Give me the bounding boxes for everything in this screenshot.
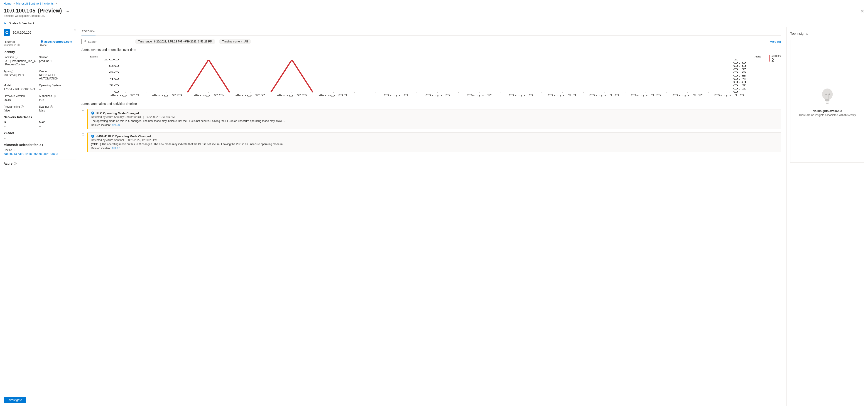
field-label: Vendor xyxy=(39,70,72,73)
alert-source: Detected by Azure Security Center for Io… xyxy=(91,115,141,119)
svg-text:Sep 5: Sep 5 xyxy=(425,94,450,96)
field-value: true xyxy=(39,98,72,102)
timeline-card: (MDIoT) PLC Operating Mode ChangedDetect… xyxy=(87,133,781,152)
alert-meta: Detected by Azure Sentinel|8/25/2022, 12… xyxy=(91,139,778,142)
network-field: IP-- xyxy=(4,121,37,128)
field-label: Programming i xyxy=(4,105,37,108)
search-input[interactable] xyxy=(88,40,129,44)
identity-field: Scanner ifalse xyxy=(39,105,72,112)
info-icon[interactable]: i xyxy=(15,56,18,59)
alerts-axis-label: Alerts xyxy=(754,55,761,58)
svg-text:Aug 21: Aug 21 xyxy=(110,94,141,96)
timeline-item[interactable]: PLC Operating Mode ChangedDetected by Az… xyxy=(82,109,781,129)
collapse-pane-button[interactable]: « xyxy=(74,28,76,32)
device-id-label: Device ID xyxy=(4,148,72,152)
importance-value: Normal xyxy=(5,40,15,44)
close-button[interactable]: ✕ xyxy=(861,8,864,14)
svg-text:Aug 27: Aug 27 xyxy=(235,94,266,96)
preview-tag: (Preview) xyxy=(38,7,62,14)
field-label: IP xyxy=(4,121,37,124)
field-value: -- xyxy=(4,124,37,128)
info-icon[interactable]: i xyxy=(10,70,13,72)
guides-feedback-label: Guides & Feedback xyxy=(9,22,34,25)
tab-overview[interactable]: Overview xyxy=(82,27,95,35)
field-value: -- xyxy=(39,124,72,128)
info-icon[interactable]: i xyxy=(14,162,17,165)
timeline-bullet xyxy=(82,109,85,129)
megaphone-icon xyxy=(4,21,7,25)
time-range-pill[interactable]: Time range : 8/20/2022, 3:52:23 PM - 9/1… xyxy=(135,39,215,44)
owner-email[interactable]: alice@contoso.com xyxy=(44,40,72,44)
chevron-right-icon: > xyxy=(13,2,15,5)
field-value: Industrial | PLC xyxy=(4,74,37,77)
identity-field: Firmware Version20.19 xyxy=(4,94,37,102)
timeline-title: Alerts, anomalies and activities timelin… xyxy=(82,102,781,106)
identity-field: Type iIndustrial | PLC xyxy=(4,70,37,80)
svg-text:Sep 13: Sep 13 xyxy=(589,94,620,96)
related-incident-link[interactable]: 87937 xyxy=(112,147,120,150)
svg-text:Sep 11: Sep 11 xyxy=(547,94,578,96)
more-actions-button[interactable]: ⋯ xyxy=(64,9,70,13)
network-field: MAC-- xyxy=(39,121,72,128)
svg-text:Sep 9: Sep 9 xyxy=(508,94,534,96)
investigate-button[interactable]: Investigate xyxy=(4,397,26,403)
field-label: Authorized i xyxy=(39,94,72,98)
svg-rect-74 xyxy=(826,102,829,103)
more-filters-button[interactable]: ⌄ More (5) xyxy=(767,40,781,44)
alert-meta: Detected by Azure Security Center for Io… xyxy=(91,115,778,119)
breadcrumb-sentinel-incidents[interactable]: Microsoft Sentinel | Incidents xyxy=(16,2,54,5)
azure-section[interactable]: Azure i xyxy=(0,160,76,168)
alert-source: Detected by Azure Sentinel xyxy=(91,139,124,142)
info-icon[interactable]: i xyxy=(21,105,24,108)
related-incident: Related incident: 87937 xyxy=(91,147,778,150)
time-range-value: 8/20/2022, 3:52:23 PM - 9/19/2022, 3:52:… xyxy=(154,40,212,43)
field-value: 20.19 xyxy=(4,98,37,102)
network-title: Network Interfaces xyxy=(4,115,72,119)
identity-field: Sensorprodline.1 xyxy=(39,56,72,66)
owner-label: Owner xyxy=(40,44,48,46)
alert-description: (MDIoT) The operating mode on this PLC c… xyxy=(91,143,778,146)
field-value: Fa 1 | Production_line_4 | ProcessContro… xyxy=(4,59,37,66)
device-id-link[interactable]: dab39013-c310-4e1b-8f5f-cb94b618aa83 xyxy=(4,152,58,155)
vlans-section: VLANs -- xyxy=(0,129,76,141)
svg-text:0.6: 0.6 xyxy=(733,71,747,74)
field-label: Operating System xyxy=(39,84,72,87)
svg-text:0.7: 0.7 xyxy=(733,68,747,70)
timeline-content-pill[interactable]: Timeline content : All xyxy=(219,39,251,44)
azure-title: Azure xyxy=(4,162,12,165)
info-icon[interactable]: i xyxy=(17,44,20,46)
svg-rect-73 xyxy=(825,99,830,101)
field-value: ROCKWELL AUTOMATION xyxy=(39,74,72,80)
svg-text:0: 0 xyxy=(733,91,739,93)
info-icon[interactable]: i xyxy=(53,95,56,97)
workspace-line: Selected workspace: Contoso Ltd. xyxy=(4,14,864,18)
field-value: false xyxy=(4,109,37,112)
insights-title: Top insights xyxy=(790,32,864,35)
tabs: Overview xyxy=(82,27,781,36)
svg-text:60: 60 xyxy=(109,71,120,74)
guides-feedback-button[interactable]: Guides & Feedback xyxy=(4,21,34,25)
chip-icon xyxy=(4,29,10,36)
svg-text:Sep 15: Sep 15 xyxy=(630,94,661,96)
filter-row: Time range : 8/20/2022, 3:52:23 PM - 9/1… xyxy=(82,39,781,44)
breadcrumb-home[interactable]: Home xyxy=(4,2,11,5)
related-incident-link[interactable]: 87858 xyxy=(112,123,120,127)
alert-time: 8/25/2022, 12:30:25 PM xyxy=(128,139,157,142)
overview-pane: Overview Time range : 8/20/2022, 3:52:23… xyxy=(76,27,786,406)
alert-indicator xyxy=(769,55,770,61)
status-row: Normal Importance i 👤 alice@contoso.com … xyxy=(0,38,76,48)
shield-icon xyxy=(91,135,95,138)
shield-icon xyxy=(91,111,95,115)
timeline-item[interactable]: (MDIoT) PLC Operating Mode ChangedDetect… xyxy=(82,133,781,152)
field-label: Location i xyxy=(4,56,37,59)
svg-text:0.5: 0.5 xyxy=(733,75,747,77)
search-box[interactable] xyxy=(82,39,131,44)
info-icon[interactable]: i xyxy=(50,105,53,108)
workspace-value: Contoso Ltd. xyxy=(30,14,45,18)
svg-text:20: 20 xyxy=(109,84,120,87)
field-label: Scanner i xyxy=(39,105,72,108)
field-label: Model xyxy=(4,84,37,87)
identity-field: VendorROCKWELL AUTOMATION xyxy=(39,70,72,80)
vlans-value: -- xyxy=(4,137,72,140)
importance-indicator xyxy=(4,40,4,44)
